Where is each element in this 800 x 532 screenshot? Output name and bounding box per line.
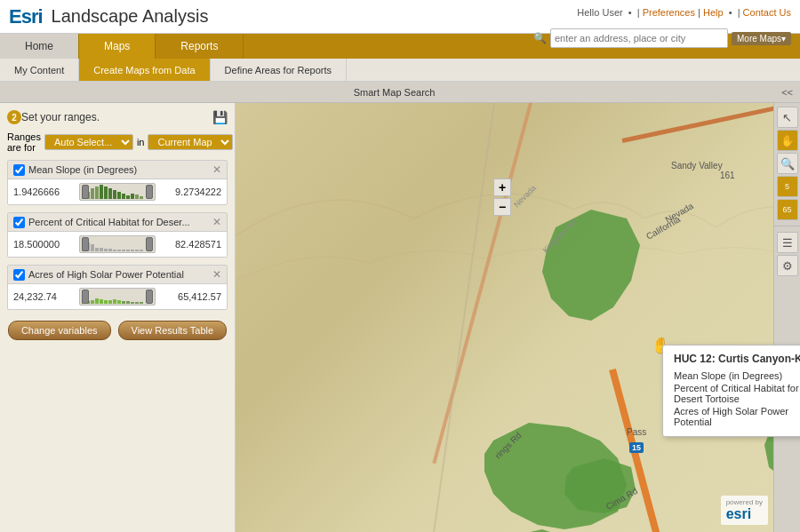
layers-tool-button[interactable]: ☰ [777, 232, 798, 253]
sub-tab-define-areas-label: Define Areas for Reports [225, 65, 332, 75]
more-maps-button[interactable]: More Maps▾ [732, 32, 791, 45]
save-icon[interactable]: 💾 [212, 110, 228, 124]
auto-select-dropdown[interactable]: Auto Select... [44, 134, 133, 150]
zoom-tool-button[interactable]: 🔍 [777, 153, 798, 174]
preferences-link[interactable]: Preferences [643, 7, 695, 18]
slider-solar[interactable] [79, 288, 156, 306]
tooltip-label-solar: Acres of High Solar Power Potential [674, 406, 800, 427]
arrow-tool-button[interactable]: ↖ [777, 107, 798, 128]
variable-block-mean-slope: Mean Slope (in Degrees) ✕ 1.9426666 [7, 160, 228, 205]
slider-handle-right[interactable] [146, 185, 153, 199]
map-label-i15: 15 [629, 442, 644, 453]
sub-tab-define-areas[interactable]: Define Areas for Reports [211, 59, 347, 81]
variable-checkbox-solar[interactable] [13, 269, 25, 281]
smart-search-bar: Smart Map Search << [0, 82, 800, 103]
esri-powered-label: powered by [726, 498, 763, 506]
nav-tabs: Home Maps Reports 🔍 More Maps▾ [0, 34, 800, 59]
bottom-buttons: Change variables View Results Table [7, 321, 228, 340]
contact-link[interactable]: Contact Us [743, 7, 791, 18]
variable-min-habitat: 18.500000 [13, 239, 76, 250]
help-link[interactable]: Help [703, 7, 724, 18]
variable-block-habitat: Percent of Critical Habitat for Deser...… [7, 212, 228, 258]
step-badge: 2 [7, 110, 21, 124]
sub-tabs-bar: My Content Create Maps from Data Define … [0, 59, 800, 82]
variable-range-mean-slope: 1.9426666 [8, 179, 227, 204]
tab-reports-label: Reports [180, 40, 218, 52]
step-label: Set your ranges. [21, 111, 212, 123]
ranges-for-label: Ranges are for [7, 131, 41, 153]
zoom-out-button[interactable]: − [493, 198, 511, 216]
variable-range-solar: 24,232.74 [8, 284, 227, 309]
map-tooltip: HUC 12: Curtis Canyon-Kingston Wash Mean… [662, 345, 800, 437]
variable-block-solar: Acres of High Solar Power Potential ✕ 24… [7, 265, 228, 310]
sub-tab-my-content[interactable]: My Content [0, 59, 79, 81]
esri-brand-label: esri [726, 506, 763, 522]
tooltip-row-solar: Acres of High Solar Power Potential : 39… [674, 406, 800, 427]
user-greeting: Hello User • | Preferences | Help • | Co… [577, 7, 791, 18]
tooltip-label-habitat: Percent of Critical Habitat for Desert T… [674, 383, 800, 404]
in-label: in [137, 137, 145, 147]
variable-checkbox-habitat[interactable] [13, 217, 25, 228]
slider-handle-solar-right[interactable] [146, 290, 153, 304]
variable-name-solar: Acres of High Solar Power Potential [28, 269, 212, 280]
variable-min-solar: 24,232.74 [13, 291, 76, 302]
tooltip-title: HUC 12: Curtis Canyon-Kingston Wash [674, 353, 800, 365]
slider-mean-slope[interactable] [79, 183, 156, 201]
zoom-level-badge-65[interactable]: 65 [777, 199, 798, 220]
settings-tool-button[interactable]: ⚙ [777, 255, 798, 276]
sub-tab-create-maps[interactable]: Create Maps from Data [79, 59, 210, 81]
main-content: 2 Set your ranges. 💾 Ranges are for Auto… [0, 103, 800, 532]
variable-checkbox-mean-slope[interactable] [13, 164, 25, 176]
variable-header-mean-slope: Mean Slope (in Degrees) ✕ [8, 161, 227, 179]
hand-tool-button[interactable]: ✋ [777, 130, 798, 151]
variable-header-solar: Acres of High Solar Power Potential ✕ [8, 266, 227, 284]
zoom-level-badge-5[interactable]: 5 [777, 176, 798, 197]
slider-habitat[interactable] [79, 235, 156, 253]
variable-max-habitat: 82.428571 [159, 239, 221, 250]
variable-range-habitat: 18.500000 [8, 232, 227, 257]
variable-min-mean-slope: 1.9426666 [13, 187, 76, 197]
ranges-for-row: Ranges are for Auto Select... in Current… [7, 131, 228, 153]
variable-max-solar: 65,412.57 [159, 291, 221, 302]
tab-maps-label: Maps [104, 40, 130, 52]
variable-close-mean-slope[interactable]: ✕ [212, 163, 221, 176]
esri-powered-logo: powered by esri [721, 496, 768, 525]
variable-name-mean-slope: Mean Slope (in Degrees) [28, 164, 212, 175]
variable-max-mean-slope: 9.2734222 [159, 187, 221, 197]
variable-close-habitat[interactable]: ✕ [212, 216, 221, 228]
address-search-input[interactable] [550, 28, 728, 48]
tab-home[interactable]: Home [0, 34, 79, 59]
user-bar: Hello User • | Preferences | Help • | Co… [577, 7, 791, 18]
map-area[interactable]: Sandy Valley 161 Nevada California Las V… [236, 103, 800, 532]
sub-tab-create-maps-label: Create Maps from Data [93, 65, 195, 75]
variable-name-habitat: Percent of Critical Habitat for Deser... [28, 217, 212, 227]
tooltip-row-slope: Mean Slope (in Degrees) : 4.97351980 [674, 370, 800, 381]
collapse-button[interactable]: << [781, 87, 793, 98]
zoom-in-button[interactable]: + [493, 179, 511, 196]
variable-close-solar[interactable]: ✕ [212, 268, 221, 281]
smart-search-label: Smart Map Search [7, 87, 781, 98]
tab-reports[interactable]: Reports [156, 34, 244, 59]
change-variables-button[interactable]: Change variables [8, 321, 111, 340]
step-header: 2 Set your ranges. 💾 [7, 110, 228, 124]
map-toolbar: ↖ ✋ 🔍 5 65 ☰ ⚙ [773, 103, 800, 532]
variable-header-habitat: Percent of Critical Habitat for Deser...… [8, 213, 227, 232]
sub-tab-my-content-label: My Content [14, 65, 64, 75]
map-zoom-controls: + − [493, 179, 511, 216]
view-results-table-button[interactable]: View Results Table [118, 321, 228, 340]
tab-maps[interactable]: Maps [79, 34, 156, 59]
left-panel: 2 Set your ranges. 💾 Ranges are for Auto… [0, 103, 236, 532]
tab-home-label: Home [25, 40, 53, 52]
svg-marker-0 [542, 210, 640, 321]
slider-handle-left[interactable] [82, 185, 89, 199]
tooltip-row-habitat: Percent of Critical Habitat for Desert T… [674, 383, 800, 404]
habitat-areas-svg [236, 103, 800, 532]
app-title: Landscape Analysis [52, 6, 209, 27]
toolbar-divider [774, 226, 800, 230]
esri-logo-text: Esri [9, 5, 43, 28]
slider-handle-habitat-right[interactable] [146, 237, 153, 251]
tooltip-label-slope: Mean Slope (in Degrees) [674, 370, 800, 381]
current-map-dropdown[interactable]: Current Map [148, 134, 233, 150]
slider-handle-habitat-left[interactable] [82, 237, 89, 251]
slider-handle-solar-left[interactable] [82, 290, 89, 304]
